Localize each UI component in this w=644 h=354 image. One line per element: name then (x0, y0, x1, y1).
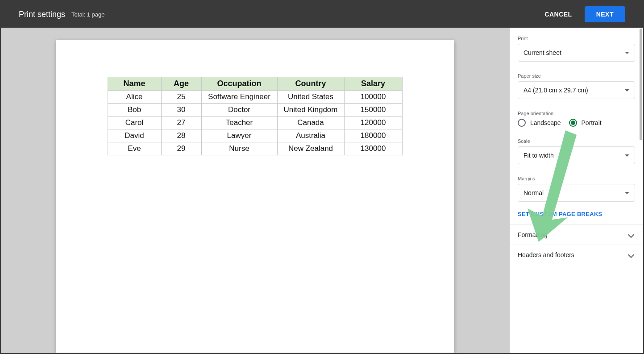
page-preview: Name Age Occupation Country Salary Alice… (56, 40, 454, 353)
orientation-label: Page orientation (518, 111, 635, 116)
col-occupation: Occupation (201, 77, 277, 91)
chevron-down-icon (625, 89, 629, 92)
set-page-breaks-link[interactable]: SET CUSTOM PAGE BREAKS (510, 205, 643, 225)
table-cell: Australia (277, 129, 344, 142)
table-cell: Bob (108, 104, 161, 117)
table-header-row: Name Age Occupation Country Salary (108, 77, 402, 91)
chevron-down-icon (625, 52, 629, 54)
table-row: Bob30DoctorUnited Kingdom150000 (108, 104, 402, 117)
chevron-down-icon (628, 252, 634, 258)
table-cell: 27 (161, 117, 201, 129)
margins-label: Margins (518, 176, 635, 181)
table-cell: New Zealand (277, 142, 344, 155)
table-row: Eve29NurseNew Zealand130000 (108, 142, 402, 155)
headers-footers-label: Headers and footers (518, 251, 574, 258)
orientation-portrait[interactable]: Portrait (569, 119, 602, 127)
radio-icon (518, 119, 526, 127)
col-age: Age (161, 77, 201, 91)
table-cell: Carol (108, 117, 161, 129)
table-cell: United States (277, 91, 344, 104)
col-country: Country (277, 77, 344, 91)
print-label: Print (518, 36, 635, 41)
table-cell: 25 (161, 91, 201, 104)
paper-size-label: Paper size (518, 73, 635, 79)
margins-value: Normal (524, 189, 544, 196)
table-cell: 30 (161, 104, 201, 117)
sidebar-scrollbar[interactable] (640, 29, 642, 140)
table-cell: Alice (108, 91, 161, 104)
table-cell: Nurse (201, 142, 277, 155)
preview-area: Name Age Occupation Country Salary Alice… (1, 28, 509, 353)
col-name: Name (108, 77, 161, 91)
landscape-label: Landscape (530, 119, 561, 126)
scale-select[interactable]: Fit to width (518, 146, 635, 164)
formatting-label: Formatting (518, 231, 548, 238)
data-table: Name Age Occupation Country Salary Alice… (108, 77, 403, 155)
table-cell: 130000 (344, 142, 402, 155)
header-bar: Print settings Total: 1 page CANCEL NEXT (1, 1, 643, 28)
table-cell: United Kingdom (277, 104, 344, 117)
page-title: Print settings (19, 10, 65, 19)
table-row: Alice25Software EngineerUnited States100… (108, 91, 402, 104)
chevron-down-icon (625, 154, 629, 157)
radio-checked-icon (569, 119, 577, 127)
print-select-value: Current sheet (524, 49, 561, 56)
table-row: David28LawyerAustralia180000 (108, 129, 402, 142)
table-cell: Doctor (201, 104, 277, 117)
orientation-landscape[interactable]: Landscape (518, 119, 561, 127)
chevron-down-icon (625, 192, 629, 194)
next-button[interactable]: NEXT (585, 6, 625, 22)
table-cell: 28 (161, 129, 201, 142)
table-cell: Canada (277, 117, 344, 129)
page-subtitle: Total: 1 page (71, 11, 104, 18)
margins-select[interactable]: Normal (518, 184, 635, 202)
table-cell: 150000 (344, 104, 402, 117)
table-cell: Eve (108, 142, 161, 155)
scale-value: Fit to width (524, 152, 554, 159)
settings-sidebar: Print Current sheet Paper size A4 (21.0 … (509, 28, 643, 353)
table-cell: 29 (161, 142, 201, 155)
table-row: Carol27TeacherCanada120000 (108, 117, 402, 129)
formatting-accordion[interactable]: Formatting (510, 225, 643, 245)
print-select[interactable]: Current sheet (518, 44, 635, 62)
table-cell: Software Engineer (201, 91, 277, 104)
table-cell: 180000 (344, 129, 402, 142)
col-salary: Salary (344, 77, 402, 91)
cancel-button[interactable]: CANCEL (544, 11, 572, 18)
scale-label: Scale (518, 138, 635, 144)
table-cell: 100000 (344, 91, 402, 104)
chevron-down-icon (628, 232, 634, 238)
paper-size-select[interactable]: A4 (21.0 cm x 29.7 cm) (518, 81, 635, 99)
table-cell: Lawyer (201, 129, 277, 142)
table-cell: David (108, 129, 161, 142)
table-cell: Teacher (201, 117, 277, 129)
table-cell: 120000 (344, 117, 402, 129)
paper-size-value: A4 (21.0 cm x 29.7 cm) (524, 87, 588, 94)
headers-footers-accordion[interactable]: Headers and footers (510, 245, 643, 265)
header-actions: CANCEL NEXT (544, 6, 625, 22)
portrait-label: Portrait (582, 119, 602, 126)
